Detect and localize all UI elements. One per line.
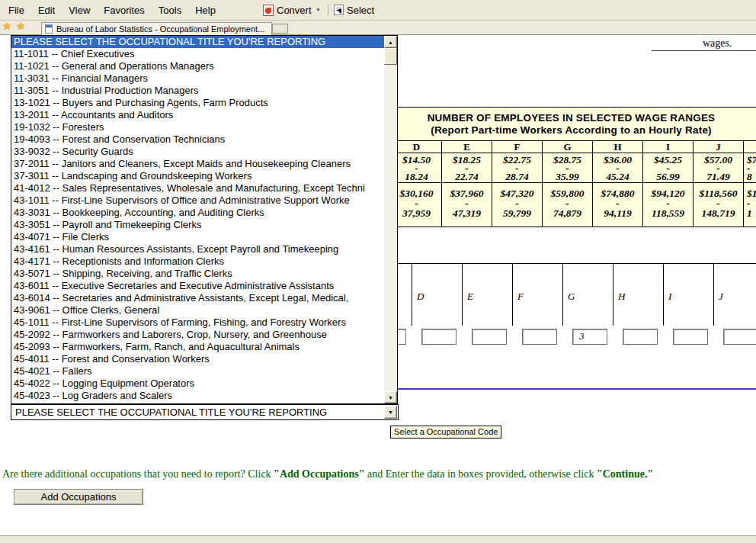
wage-entry-input[interactable] [623, 329, 658, 345]
dropdown-option[interactable]: 45-4023 -- Log Graders and Scalers [11, 390, 384, 402]
wage-table-columns: D $14.50 - 18.24 $30,160 - 37,959 [391, 141, 756, 227]
add-occupations-button[interactable]: Add Occupations [14, 489, 143, 505]
dropdown-option[interactable]: 45-4011 -- Forest and Conservation Worke… [11, 353, 384, 365]
hourly-range-cell: $7 - 8 [744, 153, 756, 183]
entry-value: 3 [573, 329, 607, 343]
wage-entry-input[interactable] [723, 329, 756, 345]
wage-column-letter: E [442, 141, 492, 153]
range-dash: - [515, 199, 519, 207]
wage-column: D $14.50 - 18.24 $30,160 - 37,959 [391, 141, 441, 227]
annual-range-cell: $118,560 - 148,719 [694, 183, 743, 227]
entry-column-letter: H [613, 264, 663, 326]
instruction-text: Are there additional occupations that yo… [2, 467, 653, 481]
hourly-range-cell: $36.00 - 45.24 [593, 153, 642, 183]
scroll-down-button[interactable]: ▼ [384, 391, 397, 403]
browser-window: File Edit View Favorites Tools Help Conv… [0, 0, 756, 543]
occupation-select[interactable]: PLEASE SELECT THE OCCUPATIONAL TITLE YOU… [11, 404, 399, 420]
hourly-range-cell: $22.75 - 28.74 [492, 153, 542, 183]
range-dash: - [747, 199, 751, 207]
wage-column: J $57.00 - 71.49 $118,560 - 148,719 [693, 141, 743, 227]
dropdown-option[interactable]: 45-4021 -- Fallers [11, 365, 384, 378]
wage-entry-input[interactable]: 3 [572, 329, 607, 345]
wage-ranges-table: NUMBER OF EMPLOYEES IN SELECTED WAGE RAN… [386, 107, 756, 227]
dropdown-option[interactable]: 11-1021 -- General and Operations Manage… [11, 60, 384, 72]
wage-table-title-line2: (Report Part-time Workers According to a… [386, 124, 756, 137]
dropdown-option[interactable]: 43-3031 -- Bookkeeping, Accounting, and … [11, 207, 384, 219]
range-dash: - [465, 199, 469, 207]
dropdown-option[interactable]: 43-9061 -- Office Clerks, General [11, 304, 384, 316]
hourly-range-cell: $14.50 - 18.24 [392, 153, 441, 183]
wage-column-letter: I [643, 141, 693, 153]
dropdown-option[interactable]: 43-6014 -- Secretaries and Administrativ… [11, 292, 384, 304]
wage-table-title: NUMBER OF EMPLOYEES IN SELECTED WAGE RAN… [386, 108, 756, 141]
entry-column-letter: G [562, 264, 613, 326]
dropdown-option[interactable]: 13-2011 -- Accountants and Auditors [11, 109, 384, 121]
dropdown-option[interactable]: 19-4093 -- Forest and Conservation Techn… [11, 133, 384, 146]
dropdown-option[interactable]: 11-3031 -- Financial Managers [11, 72, 384, 85]
annual-range-cell: $1 - 1 [744, 183, 756, 227]
combo-value: PLEASE SELECT THE OCCUPATIONAL TITLE YOU… [11, 406, 384, 418]
down-arrow-icon: ▼ [388, 395, 393, 400]
dropdown-option[interactable]: 37-3011 -- Landscaping and Groundskeepin… [11, 170, 384, 182]
occupation-dropdown-list: PLEASE SELECT THE OCCUPATIONAL TITLE YOU… [11, 35, 398, 404]
hourly-range-cell: $28.75 - 35.99 [543, 153, 592, 183]
dropdown-option[interactable]: 45-1011 -- First-Line Supervisors of Far… [11, 316, 384, 329]
wage-column: G $28.75 - 35.99 $59,800 - 74,879 [542, 141, 592, 227]
wage-column-letter: H [593, 141, 642, 153]
down-arrow-icon: ▼ [388, 410, 393, 415]
dropdown-option[interactable]: 43-4161 -- Human Resources Assistants, E… [11, 243, 384, 255]
dropdown-option[interactable]: 11-1011 -- Chief Executives [11, 48, 384, 60]
dropdown-option[interactable]: 45-2092 -- Farmworkers and Laborers, Cro… [11, 329, 384, 341]
dropdown-scrollbar[interactable]: ▲ ▼ [384, 36, 397, 403]
dropdown-option[interactable]: 45-4022 -- Logging Equipment Operators [11, 378, 384, 390]
entry-boxes-row: 3 [371, 329, 756, 345]
dropdown-option[interactable]: 43-4171 -- Receptionists and Information… [11, 255, 384, 268]
blue-divider-line [386, 388, 756, 390]
dropdown-option[interactable]: 41-4012 -- Sales Representatives, Wholes… [11, 182, 384, 194]
dropdown-option[interactable]: 43-6011 -- Executive Secretaries and Exe… [11, 280, 384, 292]
entry-table-columns: D E F G H I J [412, 264, 756, 326]
annual-range-cell: $94,120 - 118,559 [643, 183, 693, 227]
dropdown-option[interactable]: 43-1011 -- First-Line Supervisors of Off… [11, 194, 384, 207]
up-arrow-icon: ▲ [388, 40, 393, 45]
entry-column-letter: D [412, 264, 462, 326]
range-dash: - [616, 199, 620, 207]
dropdown-option[interactable]: 13-1021 -- Buyers and Purchasing Agents,… [11, 97, 384, 109]
tooltip: Select a Occupational Code [390, 426, 501, 439]
dropdown-option[interactable]: 43-3051 -- Payroll and Timekeeping Clerk… [11, 219, 384, 231]
dropdown-option[interactable]: 45-2093 -- Farmworkers, Farm, Ranch, and… [11, 341, 384, 353]
continue-ref: "Continue." [597, 468, 653, 480]
combo-dropdown-button[interactable]: ▼ [384, 406, 397, 419]
entry-column-letter: F [512, 264, 562, 326]
scroll-up-button[interactable]: ▲ [384, 36, 397, 48]
wage-entry-input[interactable] [673, 329, 708, 345]
dropdown-option[interactable]: 33-9032 -- Security Guards [11, 146, 384, 158]
wage-column: H $36.00 - 45.24 $74,880 - 94,119 [592, 141, 642, 227]
divider-line [652, 50, 756, 51]
dropdown-option[interactable]: 43-5071 -- Shipping, Receiving, and Traf… [11, 268, 384, 280]
wage-table-title-line1: NUMBER OF EMPLOYEES IN SELECTED WAGE RAN… [386, 112, 756, 124]
range-dash: - [415, 199, 418, 207]
wage-column: E $18.25 - 22.74 $37,960 - 47,319 [441, 141, 492, 227]
status-bar [0, 535, 756, 543]
dropdown-option[interactable]: 43-4071 -- File Clerks [11, 231, 384, 243]
option-list: PLEASE SELECT THE OCCUPATIONAL TITLE YOU… [11, 36, 384, 402]
wage-entry-input[interactable] [522, 329, 557, 345]
wage-entry-input[interactable] [421, 329, 456, 345]
wage-column-letter: J [694, 141, 743, 153]
wage-entry-input[interactable] [472, 329, 507, 345]
entry-table: D E F G H I J [386, 263, 756, 326]
annual-range-cell: $37,960 - 47,319 [442, 183, 492, 227]
wage-column: $7 - 8 $1 - 1 [743, 141, 756, 227]
text-fragment-wages: wages. [703, 37, 732, 50]
dropdown-option[interactable]: 37-2011 -- Janitors and Cleaners, Except… [11, 158, 384, 170]
scrollbar-thumb[interactable] [384, 48, 397, 65]
hourly-range-cell: $18.25 - 22.74 [442, 153, 492, 183]
add-occupations-ref: "Add Occupations" [274, 468, 364, 480]
hourly-range-cell: $57.00 - 71.49 [694, 153, 743, 183]
dropdown-option[interactable]: 11-3051 -- Industrial Production Manager… [11, 85, 384, 97]
dropdown-option[interactable]: PLEASE SELECT THE OCCUPATIONAL TITLE YOU… [11, 36, 384, 48]
annual-range-cell: $74,880 - 94,119 [593, 183, 642, 227]
range-dash: - [716, 199, 720, 207]
dropdown-option[interactable]: 19-1032 -- Foresters [11, 121, 384, 133]
